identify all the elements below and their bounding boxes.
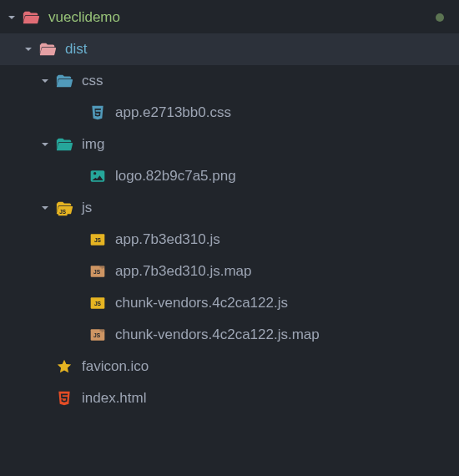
folder-open-icon [22, 8, 40, 27]
tree-label: app.7b3ed310.js.map [115, 263, 252, 280]
tree-row-js[interactable]: js [0, 192, 459, 224]
folder-open-icon [55, 199, 73, 217]
tree-label: logo.82b9c7a5.png [115, 168, 236, 185]
folder-open-icon [38, 40, 57, 58]
tree-row-file[interactable]: favicon.ico [0, 351, 459, 382]
chevron-placeholder [72, 170, 85, 183]
chevron-down-icon [38, 201, 52, 215]
tree-row-file[interactable]: index.html [0, 382, 459, 414]
favicon-file-icon [55, 357, 73, 376]
tree-label: js [82, 200, 92, 216]
tree-label: chunk-vendors.4c2ca122.js.map [115, 327, 320, 343]
chevron-down-icon [38, 74, 52, 88]
tree-label: vueclidemo [48, 9, 120, 26]
html-file-icon [55, 389, 73, 408]
folder-open-icon [55, 135, 73, 154]
folder-open-icon [55, 72, 73, 90]
tree-label: css [82, 73, 103, 89]
js-file-icon [88, 294, 107, 312]
chevron-placeholder [72, 328, 85, 342]
tree-row-file[interactable]: app.7b3ed310.js.map [0, 256, 459, 287]
chevron-placeholder [72, 296, 85, 310]
file-tree: vueclidemo dist css app.e2713bb0.css img… [0, 0, 459, 414]
tree-row-dist[interactable]: dist [0, 33, 459, 65]
jsmap-file-icon [88, 326, 107, 344]
chevron-down-icon [22, 43, 35, 56]
chevron-down-icon [38, 138, 52, 151]
tree-label: app.e2713bb0.css [115, 104, 231, 121]
jsmap-file-icon [88, 262, 107, 281]
js-file-icon [88, 230, 107, 249]
tree-label: index.html [82, 390, 146, 407]
tree-label: app.7b3ed310.js [115, 231, 220, 248]
chevron-down-icon [5, 11, 18, 24]
chevron-placeholder [38, 392, 52, 405]
chevron-placeholder [38, 360, 52, 373]
tree-label: favicon.ico [82, 358, 149, 375]
chevron-placeholder [72, 233, 85, 246]
tree-label: img [82, 136, 104, 153]
tree-row-css[interactable]: css [0, 65, 459, 97]
tree-row-file[interactable]: app.7b3ed310.js [0, 224, 459, 256]
tree-row-file[interactable]: app.e2713bb0.css [0, 97, 459, 129]
image-file-icon [88, 167, 107, 185]
tree-label: chunk-vendors.4c2ca122.js [115, 295, 288, 311]
chevron-placeholder [72, 106, 85, 119]
status-indicator [436, 13, 444, 22]
tree-row-file[interactable]: chunk-vendors.4c2ca122.js [0, 287, 459, 319]
css-file-icon [88, 104, 107, 122]
tree-row-root[interactable]: vueclidemo [0, 2, 459, 33]
tree-row-file[interactable]: chunk-vendors.4c2ca122.js.map [0, 319, 459, 351]
tree-row-img[interactable]: img [0, 129, 459, 160]
tree-row-file[interactable]: logo.82b9c7a5.png [0, 160, 459, 192]
tree-label: dist [65, 41, 87, 58]
chevron-placeholder [72, 265, 85, 278]
